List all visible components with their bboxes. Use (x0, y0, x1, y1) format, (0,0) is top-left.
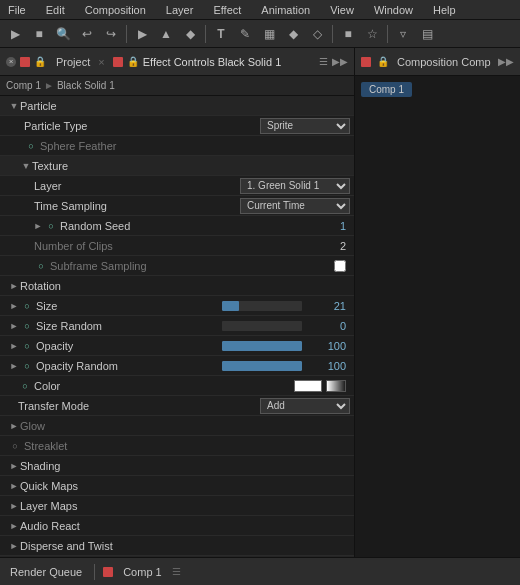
audio-react-toggle[interactable]: ► (8, 520, 20, 532)
quick-maps-toggle[interactable]: ► (8, 480, 20, 492)
panel-menu-button[interactable]: ☰ (319, 56, 328, 67)
size-row[interactable]: ► ○ Size 21 (0, 296, 354, 316)
audio-react-row[interactable]: ► Audio React (0, 516, 354, 536)
glow-label: Glow (20, 420, 350, 432)
subframe-row[interactable]: ○ Subframe Sampling (0, 256, 354, 276)
project-tab-label: Project (56, 56, 90, 68)
toolbar-guide[interactable]: ▤ (416, 23, 438, 45)
size-random-icon: ○ (20, 319, 34, 333)
opacity-toggle[interactable]: ► (8, 340, 20, 352)
time-sampling-select[interactable]: Current Time (240, 198, 350, 214)
texture-section[interactable]: ▼ Texture (0, 156, 354, 176)
streaklet-row[interactable]: ○ Streaklet (0, 436, 354, 456)
random-seed-toggle[interactable]: ► (32, 220, 44, 232)
size-value[interactable]: 21 (306, 300, 346, 312)
toolbar-type[interactable]: T (210, 23, 232, 45)
menu-effect[interactable]: Effect (209, 2, 245, 18)
toolbar-arrow-tool[interactable]: ▶ (4, 23, 26, 45)
toolbar-roto[interactable]: ☆ (361, 23, 383, 45)
size-random-bar[interactable] (222, 321, 302, 331)
quick-maps-row[interactable]: ► Quick Maps (0, 476, 354, 496)
opacity-value[interactable]: 100 (306, 340, 346, 352)
size-random-row[interactable]: ► ○ Size Random 0 (0, 316, 354, 336)
menu-window[interactable]: Window (370, 2, 417, 18)
menu-view[interactable]: View (326, 2, 358, 18)
rotation-row[interactable]: ► Rotation (0, 276, 354, 296)
toolbar-redo[interactable]: ↪ (100, 23, 122, 45)
toolbar-search-tool[interactable]: 🔍 (52, 23, 74, 45)
number-clips-label: Number of Clips (34, 240, 306, 252)
composition-tab-label[interactable]: Composition Comp (397, 56, 491, 68)
particle-type-select[interactable]: Sprite (260, 118, 350, 134)
comp1-tab[interactable]: Comp 1 (119, 564, 166, 580)
toolbar-camera[interactable]: ▲ (155, 23, 177, 45)
color-row[interactable]: ○ Color (0, 376, 354, 396)
time-sampling-row[interactable]: Time Sampling Current Time (0, 196, 354, 216)
menu-edit[interactable]: Edit (42, 2, 69, 18)
size-bar[interactable] (222, 301, 302, 311)
toolbar-shape[interactable]: ◇ (306, 23, 328, 45)
glow-row[interactable]: ► Glow (0, 416, 354, 436)
opacity-bar[interactable] (222, 341, 302, 351)
color-swatch[interactable] (294, 380, 322, 392)
size-random-toggle[interactable]: ► (8, 320, 20, 332)
menu-file[interactable]: File (4, 2, 30, 18)
texture-toggle[interactable]: ▼ (20, 160, 32, 172)
layer-maps-label: Layer Maps (20, 500, 350, 512)
render-queue-tab[interactable]: Render Queue (6, 564, 86, 580)
toolbar-puppet[interactable]: ■ (337, 23, 359, 45)
sphere-feather-row[interactable]: ○ Sphere Feather (0, 136, 354, 156)
toolbar: ▶ ■ 🔍 ↩ ↪ ▶ ▲ ◆ T ✎ ▦ ◆ ◇ ■ ☆ ▿ ▤ (0, 20, 520, 48)
project-tab[interactable]: Project (56, 56, 90, 68)
right-expand-btn[interactable]: ▶▶ (498, 56, 514, 67)
toolbar-pen[interactable]: ✎ (234, 23, 256, 45)
menu-composition[interactable]: Composition (81, 2, 150, 18)
comp-view: Comp 1 (355, 76, 520, 557)
subframe-checkbox[interactable] (334, 260, 346, 272)
fractal-field-section[interactable]: ▼ Fractal Field (0, 556, 354, 557)
toolbar-select-tool[interactable]: ■ (28, 23, 50, 45)
breadcrumb-layer[interactable]: Black Solid 1 (57, 80, 115, 91)
transfer-mode-row[interactable]: Transfer Mode Add (0, 396, 354, 416)
random-seed-row[interactable]: ► ○ Random Seed 1 (0, 216, 354, 236)
size-icon: ○ (20, 299, 34, 313)
comp1-menu[interactable]: ☰ (172, 566, 181, 577)
effect-tab[interactable]: Effect Controls Black Solid 1 (143, 56, 282, 68)
opacity-row[interactable]: ► ○ Opacity 100 (0, 336, 354, 356)
opacity-random-row[interactable]: ► ○ Opacity Random 100 (0, 356, 354, 376)
toolbar-brush[interactable]: ▦ (258, 23, 280, 45)
opacity-random-bar[interactable] (222, 361, 302, 371)
opacity-random-value[interactable]: 100 (306, 360, 346, 372)
breadcrumb-comp[interactable]: Comp 1 (6, 80, 41, 91)
menu-help[interactable]: Help (429, 2, 460, 18)
random-seed-value[interactable]: 1 (306, 220, 346, 232)
particle-section[interactable]: ▼ Particle (0, 96, 354, 116)
shading-toggle[interactable]: ► (8, 460, 20, 472)
shading-row[interactable]: ► Shading (0, 456, 354, 476)
toolbar-snap[interactable]: ▿ (392, 23, 414, 45)
size-toggle[interactable]: ► (8, 300, 20, 312)
layer-select[interactable]: 1. Green Solid 1 (240, 178, 350, 194)
menu-animation[interactable]: Animation (257, 2, 314, 18)
project-tab-close[interactable]: × (6, 57, 16, 67)
transfer-mode-select[interactable]: Add (260, 398, 350, 414)
layer-maps-row[interactable]: ► Layer Maps (0, 496, 354, 516)
glow-toggle[interactable]: ► (8, 420, 20, 432)
disperse-twist-row[interactable]: ► Disperse and Twist (0, 536, 354, 556)
toolbar-3d[interactable]: ◆ (179, 23, 201, 45)
comp-view-tab[interactable]: Comp 1 (361, 82, 412, 97)
toolbar-render[interactable]: ▶ (131, 23, 153, 45)
size-random-value[interactable]: 0 (306, 320, 346, 332)
layer-row[interactable]: Layer 1. Green Solid 1 (0, 176, 354, 196)
layer-maps-toggle[interactable]: ► (8, 500, 20, 512)
opacity-random-toggle[interactable]: ► (8, 360, 20, 372)
particle-toggle[interactable]: ▼ (8, 100, 20, 112)
panel-expand-button[interactable]: ▶▶ (332, 56, 348, 67)
menu-layer[interactable]: Layer (162, 2, 198, 18)
toolbar-sep-3 (332, 25, 333, 43)
toolbar-clone[interactable]: ◆ (282, 23, 304, 45)
rotation-toggle[interactable]: ► (8, 280, 20, 292)
particle-type-row[interactable]: Particle Type Sprite (0, 116, 354, 136)
disperse-twist-toggle[interactable]: ► (8, 540, 20, 552)
toolbar-undo[interactable]: ↩ (76, 23, 98, 45)
